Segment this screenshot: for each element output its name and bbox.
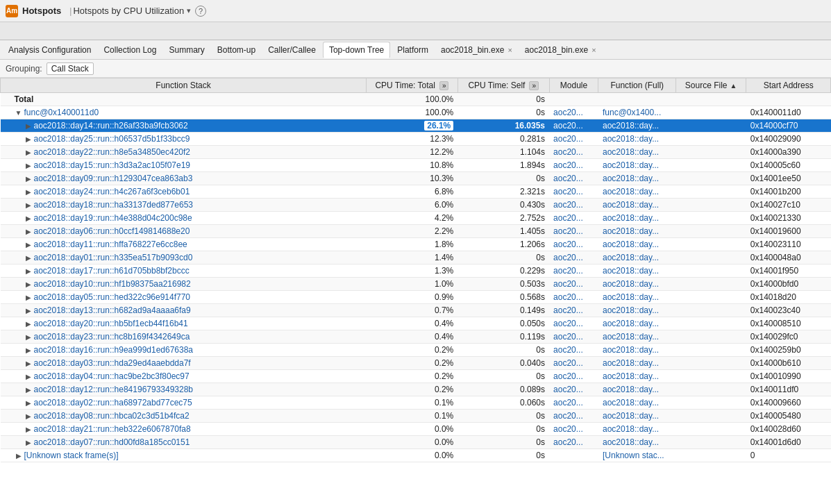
table-row[interactable]: ▶aoc2018::day14::run::h26af33ba9fcb30622… [1, 119, 831, 133]
tree-expander-icon[interactable]: ▶ [24, 267, 33, 275]
tree-expander-icon[interactable]: ▶ [24, 320, 33, 328]
menu-item-aoc2018-bin-exe[interactable]: aoc2018_bin.exe × [435, 42, 518, 58]
tree-expander-icon[interactable]: ▶ [24, 294, 33, 301]
tree-expander-icon[interactable]: ▶ [24, 333, 33, 341]
tree-expander-icon[interactable]: ▶ [24, 373, 33, 380]
tree-expander-icon[interactable]: ▶ [24, 254, 33, 262]
table-row[interactable]: ▶aoc2018::day09::run::h1293047cea863ab31… [1, 172, 831, 185]
tree-expander-icon[interactable]: ▶ [24, 439, 33, 446]
func-stack-cell: ▶aoc2018::day25::run::h06537d5b1f33bcc9 [1, 133, 367, 146]
tree-expander-icon[interactable]: ▶ [24, 122, 33, 130]
cpu-self-cell: 0s [458, 449, 549, 462]
table-row[interactable]: ▶aoc2018::day02::run::ha68972abd77cec750… [1, 396, 831, 410]
tree-expander-icon[interactable]: ▶ [15, 452, 23, 460]
table-row[interactable]: ▶aoc2018::day18::run::ha33137ded877e6536… [1, 199, 831, 212]
func-full-cell: aoc2018::day... [598, 185, 675, 199]
dropdown-arrow-icon[interactable]: ▾ [187, 6, 191, 15]
menu-item-collection-log[interactable]: Collection Log [98, 42, 162, 58]
func-full-cell: aoc2018::day... [598, 370, 675, 383]
table-row[interactable]: Total100.0%0s [1, 93, 831, 106]
tab-close-icon[interactable]: × [589, 46, 596, 54]
tree-expander-icon[interactable]: ▶ [24, 188, 33, 196]
table-row[interactable]: ▶aoc2018::day17::run::h61d705bb8bf2bccc1… [1, 264, 831, 278]
table-row[interactable]: ▶aoc2018::day25::run::h06537d5b1f33bcc91… [1, 133, 831, 146]
table-row[interactable]: ▼func@0x1400011d0100.0%0saoc20...func@0x… [1, 106, 831, 119]
tree-expander-icon[interactable]: ▶ [24, 241, 33, 249]
menu-item-caller-callee[interactable]: Caller/Callee [262, 42, 321, 58]
tree-expander-icon[interactable]: ▶ [24, 175, 33, 183]
table-row[interactable]: ▶aoc2018::day05::run::hed322c96e914f7700… [1, 291, 831, 304]
source-file-cell [675, 449, 746, 462]
tree-expander-icon[interactable]: ▶ [24, 201, 33, 209]
tree-expander-icon[interactable]: ▶ [24, 280, 33, 288]
cpu-self-cell: 0s [458, 106, 549, 119]
table-row[interactable]: ▶aoc2018::day01::run::h335ea517b9093cd01… [1, 251, 831, 264]
table-row[interactable]: ▶aoc2018::day21::run::heb322e6067870fa80… [1, 423, 831, 436]
func-stack-cell: ▶aoc2018::day12::run::he84196793349328b [1, 383, 367, 396]
func-full-cell: aoc2018::day... [598, 304, 675, 317]
menu-bar: Analysis ConfigurationCollection LogSumm… [0, 40, 831, 60]
menu-item-analysis-configuration[interactable]: Analysis Configuration [3, 42, 96, 58]
menu-item-aoc2018-bin-exe[interactable]: aoc2018_bin.exe × [519, 42, 602, 58]
func-full-cell: aoc2018::day... [598, 291, 675, 304]
col-header-source-file[interactable]: Source File ▲ [675, 78, 746, 93]
menu-item-bottom-up[interactable]: Bottom-up [212, 42, 261, 58]
tree-expander-icon[interactable]: ▶ [24, 215, 33, 222]
table-row[interactable]: ▶[Unknown stack frame(s)]0.0%0s[Unknown … [1, 449, 831, 462]
table-row[interactable]: ▶aoc2018::day20::run::hb5bf1ecb44f16b410… [1, 317, 831, 330]
col-header-cpu-self[interactable]: CPU Time: Self » [458, 78, 549, 93]
table-row[interactable]: ▶aoc2018::day15::run::h3d3a2ac105f07e191… [1, 159, 831, 172]
col-cpu-self-sort-icon[interactable]: » [529, 81, 539, 90]
table-row[interactable]: ▶aoc2018::day08::run::hbca02c3d51b4fca20… [1, 410, 831, 423]
start-address-cell: 0x140010990 [746, 370, 831, 383]
menu-item-summary[interactable]: Summary [163, 42, 210, 58]
module-cell [549, 93, 598, 106]
tree-expander-icon[interactable]: ▶ [24, 228, 33, 235]
menu-item-platform[interactable]: Platform [392, 42, 434, 58]
tree-expander-icon[interactable]: ▼ [15, 109, 23, 117]
table-row[interactable]: ▶aoc2018::day11::run::hffa768227e6cc8ee1… [1, 238, 831, 251]
tree-expander-icon[interactable]: ▶ [24, 426, 33, 433]
tree-expander-icon[interactable]: ▶ [24, 346, 33, 354]
tree-expander-icon[interactable]: ▶ [24, 386, 33, 394]
menu-item-top-down-tree[interactable]: Top-down Tree [323, 42, 390, 58]
func-full-cell: aoc2018::day... [598, 172, 675, 185]
cpu-self-cell: 2.752s [458, 212, 549, 225]
func-stack-cell: ▶aoc2018::day24::run::h4c267a6f3ceb6b01 [1, 185, 367, 199]
table-row[interactable]: ▶aoc2018::day12::run::he84196793349328b0… [1, 383, 831, 396]
tree-expander-icon[interactable]: ▶ [24, 412, 33, 420]
table-row[interactable]: ▶aoc2018::day06::run::h0ccf149814688e202… [1, 225, 831, 238]
table-row[interactable]: ▶aoc2018::day07::run::hd00fd8a185cc01510… [1, 436, 831, 449]
table-row[interactable]: ▶aoc2018::day03::run::hda29ed4aaebdda7f0… [1, 357, 831, 370]
start-address-cell: 0x140023110 [746, 238, 831, 251]
source-file-cell [675, 212, 746, 225]
func-full-cell: aoc2018::day... [598, 383, 675, 396]
col-header-start-address: Start Address [746, 78, 831, 93]
func-stack-cell: ▶aoc2018::day17::run::h61d705bb8bf2bccc [1, 264, 367, 278]
table-row[interactable]: ▶aoc2018::day13::run::h682ad9a4aaaa6fa90… [1, 304, 831, 317]
table-row[interactable]: ▶aoc2018::day16::run::h9ea999d1ed67638a0… [1, 344, 831, 357]
func-stack-cell: ▶aoc2018::day06::run::h0ccf149814688e20 [1, 225, 367, 238]
tree-expander-icon[interactable]: ▶ [24, 307, 33, 314]
hotspots-table: Function Stack CPU Time: Total » CPU Tim… [0, 78, 831, 462]
help-icon[interactable]: ? [195, 6, 206, 17]
col-cpu-self-label: CPU Time: Self [468, 81, 525, 90]
col-cpu-total-sort-icon[interactable]: » [439, 81, 449, 90]
col-header-cpu-total[interactable]: CPU Time: Total » [367, 78, 458, 93]
tree-expander-icon[interactable]: ▶ [24, 360, 33, 367]
tree-expander-icon[interactable]: ▶ [24, 162, 33, 169]
table-row[interactable]: ▶aoc2018::day24::run::h4c267a6f3ceb6b016… [1, 185, 831, 199]
tab-close-icon[interactable]: × [505, 46, 512, 54]
tree-expander-icon[interactable]: ▶ [24, 149, 33, 156]
cpu-self-cell: 0.089s [458, 383, 549, 396]
tree-expander-icon[interactable]: ▶ [24, 135, 33, 143]
table-row[interactable]: ▶aoc2018::day22::run::h8e5a34850ec420f21… [1, 146, 831, 159]
table-row[interactable]: ▶aoc2018::day04::run::hac9be2bc3f80ec970… [1, 370, 831, 383]
cpu-self-cell: 0.040s [458, 357, 549, 370]
table-row[interactable]: ▶aoc2018::day19::run::h4e388d04c200c98e4… [1, 212, 831, 225]
module-cell: aoc20... [549, 172, 598, 185]
table-row[interactable]: ▶aoc2018::day10::run::hf1b98375aa2169821… [1, 278, 831, 291]
func-full-cell: aoc2018::day... [598, 119, 675, 133]
table-row[interactable]: ▶aoc2018::day23::run::hc8b169f4342649ca0… [1, 330, 831, 344]
tree-expander-icon[interactable]: ▶ [24, 399, 33, 407]
